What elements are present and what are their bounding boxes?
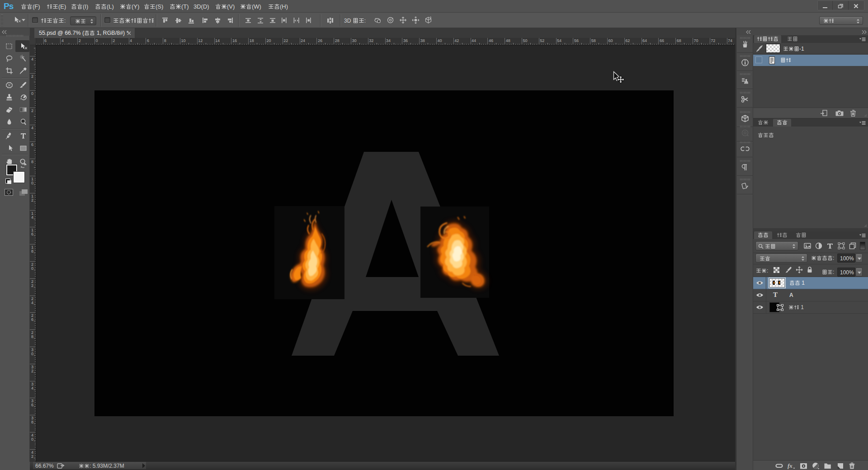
svg-text:fx: fx [788, 462, 793, 469]
